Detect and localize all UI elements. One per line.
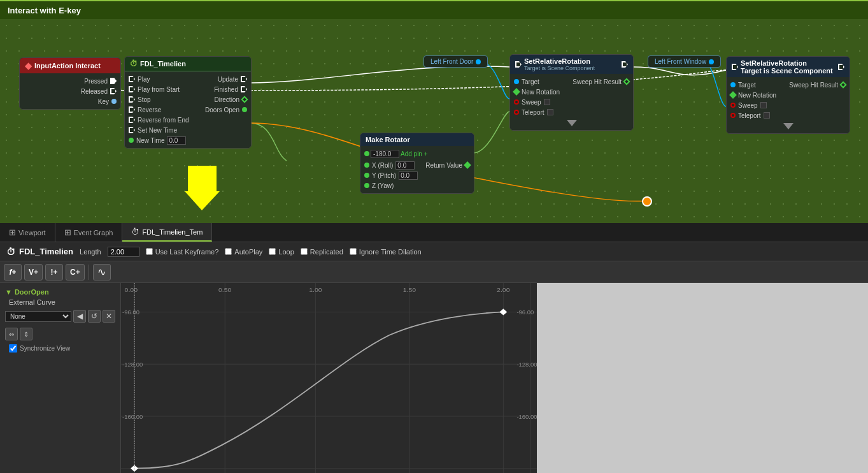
released-pin[interactable] [110, 88, 117, 94]
fdl-tab-label: FDL_Timelien_Tem [142, 228, 203, 236]
z-yaw-in[interactable] [364, 183, 369, 188]
left-front-door-pin[interactable] [476, 59, 481, 64]
sidebar-section-doors-open[interactable]: ▼ DoorOpen [0, 287, 120, 297]
finished-pin[interactable] [241, 86, 247, 92]
add-vector-btn[interactable]: V+ [24, 264, 43, 280]
set1-teleport-in[interactable] [514, 110, 519, 115]
new-time-input[interactable] [167, 136, 186, 145]
set-rel-rot1-exec-out[interactable] [622, 61, 628, 68]
stop-in[interactable] [129, 96, 135, 103]
timeline-header: ⏱ FDL_Timelien Length Use Last Keyframe?… [0, 242, 868, 261]
z-yaw-label: Z (Yaw) [372, 182, 394, 189]
add-color-btn[interactable]: C+ [66, 264, 85, 280]
direction-label: Direction [215, 96, 239, 103]
left-front-window-node: Left Front Window [648, 55, 721, 68]
svg-text:-128.00: -128.00 [516, 361, 537, 367]
set2-sweep-label: Sweep [738, 102, 758, 109]
add-event-btn[interactable]: !+ [45, 264, 63, 280]
svg-rect-26 [499, 309, 507, 315]
blueprint-canvas: ◆ InputAction Interact Pressed Released … [0, 19, 868, 223]
ignore-time-dilation-cb[interactable] [350, 248, 357, 255]
replicated-cb[interactable] [301, 248, 308, 255]
orange-connector [642, 196, 652, 207]
set1-target-in[interactable] [514, 79, 519, 84]
svg-marker-0 [185, 166, 220, 210]
new-time-in[interactable] [129, 138, 134, 143]
svg-text:-96.00: -96.00 [516, 310, 534, 316]
key-label: Key [98, 98, 109, 105]
make-rot-value: -180.0 [371, 150, 399, 158]
add-float-btn[interactable]: f+ [4, 264, 22, 280]
doors-open-pin[interactable] [242, 107, 247, 112]
finished-label: Finished [214, 86, 238, 93]
x-roll-in[interactable] [364, 163, 369, 168]
left-front-window-pin[interactable] [709, 59, 714, 64]
timeline-clock-icon: ⏱ [6, 247, 15, 257]
tab-event-graph[interactable]: ⊞ Event Graph [55, 223, 123, 242]
refresh-btn[interactable]: ↺ [88, 310, 101, 323]
set2-sweep-in[interactable] [730, 103, 736, 108]
return-value-pin[interactable] [464, 161, 471, 168]
x-roll-label: X (Roll) [372, 162, 393, 169]
play-from-start-in[interactable] [129, 86, 135, 92]
timeline-title: ⏱ FDL_Timelien [6, 247, 73, 257]
loop-group: Loop [269, 248, 294, 256]
set1-sweep-in[interactable] [514, 99, 519, 105]
set-new-time-in[interactable] [129, 127, 135, 133]
tab-viewport[interactable]: ⊞ Viewport [0, 223, 55, 242]
svg-text:-96.00: -96.00 [122, 310, 139, 316]
timeline-title-text: FDL_Timelien [19, 247, 73, 256]
play-exec-in[interactable] [129, 76, 135, 82]
reverse-in[interactable] [129, 106, 135, 113]
zoom-fit-btn[interactable]: ⇔ [5, 328, 18, 340]
direction-pin[interactable] [241, 96, 248, 103]
curve-area[interactable]: 0.00 0.50 1.00 1.50 2.00 -96.00 -128.00 … [121, 283, 537, 473]
toolbar-row: f+ V+ !+ C+ ∿ [0, 261, 868, 283]
reverse-from-end-in[interactable] [129, 117, 135, 123]
node-input-action: ◆ InputAction Interact Pressed Released … [19, 57, 121, 110]
x-roll-input[interactable] [395, 161, 415, 170]
update-pin[interactable] [241, 76, 247, 82]
add-pin-btn[interactable]: Add pin + [401, 150, 428, 157]
sync-checkbox[interactable] [9, 344, 17, 353]
set-rel-rot2-exec-out[interactable] [838, 64, 844, 70]
autoplay-cb[interactable] [225, 248, 232, 255]
set-rel-rot2-title: SetRelativeRotation [741, 59, 833, 67]
event-graph-icon: ⊞ [64, 228, 71, 237]
set-rel-rot1-exec-in[interactable] [515, 61, 522, 68]
close-btn[interactable]: ✕ [103, 310, 115, 323]
zoom-vertical-btn[interactable]: ⇕ [20, 328, 32, 340]
set1-new-rot-in[interactable] [513, 88, 520, 95]
y-pitch-input[interactable] [399, 171, 418, 180]
node-set-rel-rot1: SetRelativeRotation Target is Scene Comp… [509, 54, 634, 131]
set1-sweep-hit-pin[interactable] [623, 78, 630, 85]
set1-teleport-label: Teleport [522, 109, 544, 116]
key-pin[interactable] [111, 99, 117, 104]
length-input[interactable] [108, 247, 139, 257]
y-pitch-in[interactable] [364, 173, 369, 178]
pressed-label: Pressed [84, 78, 108, 85]
curve-dropdown[interactable]: None Curve1 Curve2 [5, 311, 71, 322]
set2-target-label: Target [738, 82, 756, 89]
title-bar: Interact with E-key [0, 0, 868, 19]
play-label: Play [138, 76, 150, 83]
set2-new-rot-in[interactable] [729, 91, 736, 98]
back-btn[interactable]: ◀ [73, 310, 86, 323]
set2-teleport-in[interactable] [730, 113, 736, 118]
toolbar-divider [89, 265, 89, 280]
set2-sweep-hit-pin[interactable] [839, 81, 846, 88]
curve-tool-btn[interactable]: ∿ [93, 264, 111, 280]
set-rel-rot2-exec-in[interactable] [732, 64, 738, 70]
set2-target-in[interactable] [730, 82, 736, 87]
loop-cb[interactable] [269, 248, 276, 255]
replicated-label: Replicated [310, 248, 343, 256]
pressed-pin[interactable] [110, 78, 117, 84]
make-rot-value-in[interactable] [364, 151, 369, 156]
title-text: Interact with E-key [8, 6, 81, 15]
use-last-keyframe-cb[interactable] [146, 248, 153, 255]
set2-teleport-label: Teleport [738, 112, 761, 119]
sidebar-external-curve[interactable]: External Curve [0, 297, 120, 307]
right-panel [537, 283, 868, 473]
tab-fdl-timelien[interactable]: ⏱ FDL_Timelien_Tem [122, 223, 212, 242]
curve-svg: 0.00 0.50 1.00 1.50 2.00 -96.00 -128.00 … [121, 283, 537, 473]
